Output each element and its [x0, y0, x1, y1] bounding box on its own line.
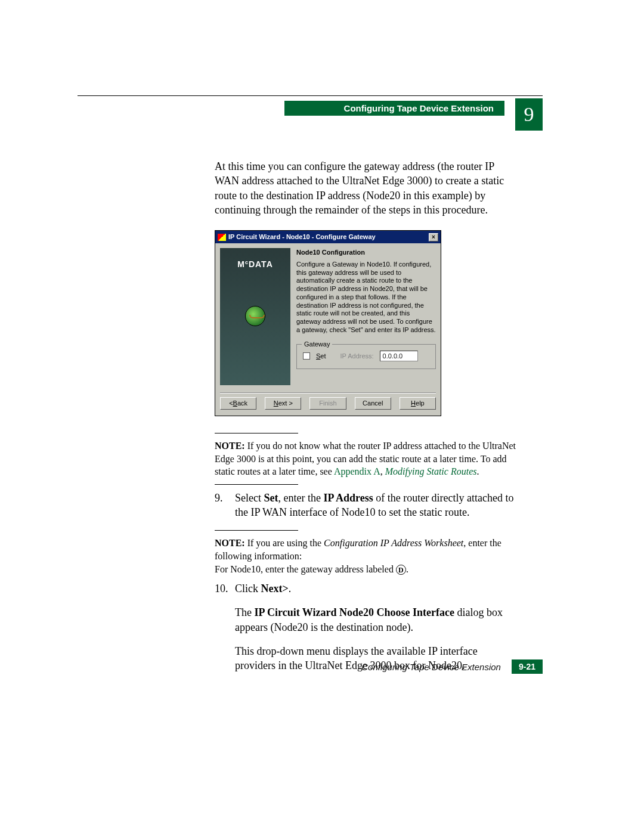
- dialog-button-row: < Back Next > Finish Cancel Help: [215, 397, 441, 416]
- modifying-routes-link[interactable]: Modifying Static Routes: [385, 466, 477, 476]
- chapter-number: 9: [515, 98, 543, 131]
- help-button[interactable]: Help: [400, 397, 436, 410]
- dialog-separator: [220, 392, 436, 394]
- gateway-group: Gateway Set IP Address: 0.0.0.0: [296, 344, 436, 370]
- note2-rule-top: [215, 530, 298, 531]
- footer-section-title: Configuring Tape Device Extension: [361, 662, 501, 672]
- step-list: 9. Select Set, enter the IP Address of t…: [215, 491, 519, 520]
- dialog-title: IP Circuit Wizard - Node10 - Configure G…: [228, 233, 376, 241]
- mcdata-logo: McDATA: [237, 259, 273, 270]
- circled-d-icon: D: [396, 565, 406, 575]
- globe-icon: [245, 306, 265, 326]
- note-2: NOTE: If you are using the Configuration…: [215, 537, 519, 575]
- ip-address-field[interactable]: 0.0.0.0: [380, 351, 418, 362]
- next-button[interactable]: Next >: [265, 397, 301, 410]
- top-rule: [78, 95, 543, 96]
- set-checkbox[interactable]: [303, 352, 310, 360]
- footer-page-number: 9-21: [512, 659, 543, 674]
- page-content: Configuring Tape Device Extension 9 At t…: [78, 95, 543, 684]
- set-label: Set: [316, 352, 326, 361]
- intro-paragraph: At this time you can configure the gatew…: [215, 159, 519, 217]
- app-icon: [218, 234, 226, 241]
- note-rule-top: [215, 433, 298, 433]
- finish-button: Finish: [309, 397, 346, 410]
- cancel-button[interactable]: Cancel: [355, 397, 391, 410]
- step-number: 9.: [215, 491, 229, 520]
- page-footer: Configuring Tape Device Extension 9-21: [209, 659, 543, 674]
- note-rule-bottom: [215, 484, 298, 485]
- group-legend: Gateway: [302, 340, 332, 349]
- section-title: Configuring Tape Device Extension: [284, 101, 504, 116]
- ip-address-label: IP Address:: [340, 352, 374, 361]
- dialog-titlebar: IP Circuit Wizard - Node10 - Configure G…: [215, 231, 441, 243]
- note-label: NOTE:: [215, 441, 245, 451]
- main-column: At this time you can configure the gatew…: [215, 159, 519, 673]
- dialog-heading: Node10 Configuration: [296, 248, 436, 257]
- dialog-body-text: Configure a Gateway in Node10. If config…: [296, 261, 436, 335]
- running-header: Configuring Tape Device Extension 9: [78, 101, 543, 131]
- dialog-sidebar: McDATA: [220, 248, 290, 385]
- appendix-link[interactable]: Appendix A: [334, 466, 380, 476]
- step-9: 9. Select Set, enter the IP Address of t…: [215, 491, 519, 520]
- wizard-dialog: IP Circuit Wizard - Node10 - Configure G…: [215, 230, 441, 416]
- close-icon[interactable]: ×: [429, 233, 438, 241]
- note-1: NOTE: If you do not know what the router…: [215, 439, 519, 478]
- back-button[interactable]: < Back: [220, 397, 256, 410]
